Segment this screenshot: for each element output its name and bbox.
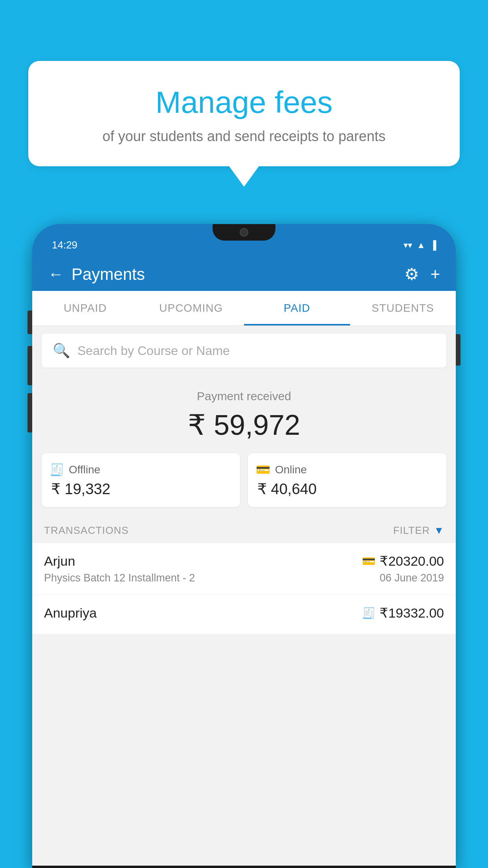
transaction-top: Anupriya 🧾 ₹19332.00	[44, 605, 444, 621]
transaction-top: Arjun 💳 ₹20320.00	[44, 553, 444, 569]
transactions-label: TRANSACTIONS	[44, 524, 129, 537]
transaction-amount-area: 🧾 ₹19332.00	[362, 605, 444, 621]
phone-frame: 14:29 ▾▾ ▲ ▐ ← Payments ⚙ + UNPAID UPCOM…	[32, 224, 456, 868]
status-icons: ▾▾ ▲ ▐	[404, 240, 436, 250]
top-bar-right: ⚙ +	[404, 265, 440, 284]
tab-upcoming[interactable]: UPCOMING	[138, 291, 244, 326]
power-button	[456, 334, 460, 366]
status-bar: 14:29 ▾▾ ▲ ▐	[32, 224, 456, 257]
online-card-header: 💳 Online	[256, 463, 438, 476]
filter-icon: ▼	[434, 524, 444, 537]
transaction-method-icon: 💳	[362, 555, 376, 568]
offline-card-header: 🧾 Offline	[50, 463, 232, 476]
offline-icon: 🧾	[50, 463, 64, 476]
online-card: 💳 Online ₹ 40,640	[248, 453, 446, 507]
tab-students[interactable]: STUDENTS	[350, 291, 456, 326]
front-camera	[240, 228, 248, 237]
settings-icon[interactable]: ⚙	[404, 265, 419, 284]
transaction-amount: ₹20320.00	[380, 553, 444, 569]
search-placeholder: Search by Course or Name	[77, 344, 230, 358]
add-icon[interactable]: +	[430, 265, 440, 284]
top-bar-left: ← Payments	[48, 265, 145, 284]
offline-card: 🧾 Offline ₹ 19,332	[42, 453, 240, 507]
signal-icon: ▲	[417, 240, 426, 250]
transaction-course: Physics Batch 12 Installment - 2	[44, 572, 195, 584]
transaction-name: Arjun	[44, 554, 75, 569]
offline-amount: ₹ 19,332	[50, 480, 232, 498]
volume-down-button	[28, 393, 32, 432]
transaction-method-icon: 🧾	[362, 607, 376, 620]
online-icon: 💳	[256, 463, 270, 476]
speech-bubble: Manage fees of your students and send re…	[28, 61, 460, 166]
status-time: 14:29	[52, 239, 77, 251]
transaction-date: 06 June 2019	[380, 572, 444, 584]
top-bar: ← Payments ⚙ +	[32, 257, 456, 291]
payment-cards: 🧾 Offline ₹ 19,332 💳 Online ₹ 40,640	[32, 453, 456, 517]
transaction-row[interactable]: Anupriya 🧾 ₹19332.00	[32, 595, 456, 634]
transactions-header: TRANSACTIONS FILTER ▼	[32, 517, 456, 543]
tabs-bar: UNPAID UPCOMING PAID STUDENTS	[32, 291, 456, 326]
online-label: Online	[275, 463, 307, 476]
battery-icon: ▐	[430, 240, 436, 250]
filter-label: FILTER	[393, 524, 430, 537]
phone-notch	[213, 224, 275, 241]
page-title: Payments	[72, 265, 145, 284]
wifi-icon: ▾▾	[404, 240, 412, 250]
speech-bubble-subtitle: of your students and send receipts to pa…	[48, 128, 440, 145]
speech-bubble-title: Manage fees	[48, 85, 440, 120]
transaction-amount: ₹19332.00	[380, 605, 444, 621]
transaction-name: Anupriya	[44, 605, 97, 621]
tab-paid[interactable]: PAID	[244, 291, 350, 326]
offline-label: Offline	[69, 463, 100, 476]
search-bar[interactable]: 🔍 Search by Course or Name	[42, 334, 446, 368]
phone-content: 🔍 Search by Course or Name Payment recei…	[32, 326, 456, 866]
online-amount: ₹ 40,640	[256, 480, 438, 498]
payment-summary: Payment received ₹ 59,972	[32, 375, 456, 453]
transaction-amount-area: 💳 ₹20320.00	[362, 553, 444, 569]
filter-area[interactable]: FILTER ▼	[393, 524, 444, 537]
payment-amount: ₹ 59,972	[40, 408, 448, 441]
transaction-row[interactable]: Arjun 💳 ₹20320.00 Physics Batch 12 Insta…	[32, 543, 456, 595]
back-button[interactable]: ←	[48, 265, 64, 283]
search-icon: 🔍	[53, 342, 70, 359]
mute-button	[28, 311, 32, 334]
payment-label: Payment received	[40, 390, 448, 403]
tab-unpaid[interactable]: UNPAID	[32, 291, 138, 326]
transaction-bottom: Physics Batch 12 Installment - 2 06 June…	[44, 572, 444, 584]
volume-up-button	[28, 346, 32, 385]
